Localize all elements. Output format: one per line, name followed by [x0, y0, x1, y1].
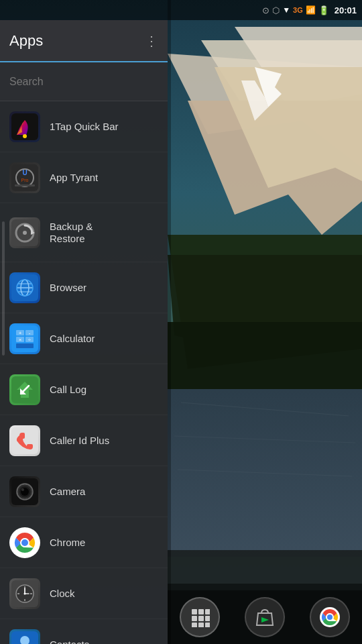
- app-item-camera[interactable]: Camera: [0, 466, 168, 517]
- app-icon-clock: [9, 578, 40, 609]
- layers-icon: ⬡: [272, 5, 280, 15]
- svg-point-69: [24, 592, 26, 594]
- app-item-contacts[interactable]: Contacts: [0, 619, 168, 644]
- app-icon-calculator: + - × ÷: [9, 323, 40, 354]
- search-input[interactable]: [9, 76, 158, 88]
- status-bar: ⊙ ⬡ ▼ 3G 📶 🔋 20:01: [0, 0, 362, 20]
- app-icon-contacts: [9, 629, 40, 645]
- svg-rect-24: [15, 184, 35, 186]
- app-icon-call-log: [9, 374, 40, 405]
- svg-rect-72: [192, 609, 197, 614]
- battery-icon: 🔋: [318, 5, 329, 15]
- svg-rect-76: [192, 623, 197, 627]
- svg-rect-74: [192, 616, 197, 621]
- app-label-1tap-quick-bar: 1Tap Quick Bar: [50, 121, 119, 133]
- nav-button-play-store[interactable]: [245, 597, 285, 637]
- app-icon-1tap-quick-bar: [9, 111, 40, 142]
- app-item-call-log[interactable]: Call Log: [0, 364, 168, 415]
- nav-button-chrome[interactable]: [310, 597, 350, 637]
- svg-text:U: U: [22, 169, 27, 176]
- app-label-chrome: Chrome: [50, 537, 85, 549]
- app-label-app-tyrant: App Tyrant: [50, 172, 98, 184]
- app-list: 1Tap Quick Bar U Pro App Tyrant: [0, 101, 168, 644]
- status-icons: ⊙ ⬡ ▼ 3G 📶 🔋 20:01: [262, 5, 357, 15]
- app-label-call-log: Call Log: [50, 384, 86, 396]
- svg-point-55: [21, 488, 24, 491]
- bottom-nav: [168, 590, 362, 644]
- drawer-header: Apps ⋮: [0, 20, 168, 62]
- drawer-menu-button[interactable]: ⋮: [145, 33, 158, 49]
- app-icon-caller-id-plus: [9, 425, 40, 456]
- search-bar: [0, 62, 168, 101]
- svg-text:-: -: [29, 330, 31, 336]
- network-3g: 3G: [293, 6, 303, 14]
- app-icon-camera: [9, 476, 40, 507]
- svg-point-59: [21, 539, 28, 546]
- app-drawer: Apps ⋮: [0, 20, 168, 644]
- svg-rect-78: [205, 609, 210, 614]
- svg-point-19: [23, 134, 27, 138]
- app-label-calculator: Calculator: [50, 333, 95, 345]
- app-item-backup-restore[interactable]: Backup & Restore: [0, 203, 168, 262]
- svg-text:Pro: Pro: [21, 178, 29, 182]
- app-item-app-tyrant[interactable]: U Pro App Tyrant: [0, 152, 168, 203]
- svg-text:÷: ÷: [28, 337, 32, 343]
- svg-rect-48: [11, 427, 38, 454]
- svg-rect-77: [198, 623, 204, 627]
- svg-text:×: ×: [19, 337, 22, 343]
- app-icon-chrome: [9, 527, 40, 558]
- signal-icon: 📶: [306, 5, 316, 15]
- app-label-browser: Browser: [50, 282, 86, 294]
- app-label-contacts: Contacts: [50, 639, 89, 645]
- svg-rect-10: [168, 322, 362, 389]
- svg-rect-73: [198, 609, 204, 614]
- svg-rect-79: [205, 616, 210, 621]
- app-icon-browser: [9, 272, 40, 303]
- app-item-caller-id-plus[interactable]: Caller Id Plus: [0, 415, 168, 466]
- app-item-browser[interactable]: Browser: [0, 262, 168, 313]
- svg-rect-17: [168, 0, 171, 644]
- app-item-clock[interactable]: Clock: [0, 568, 168, 619]
- svg-rect-45: [16, 343, 34, 348]
- svg-point-84: [327, 614, 333, 620]
- app-label-caller-id-plus: Caller Id Plus: [50, 435, 109, 447]
- nav-button-apps[interactable]: [180, 597, 220, 637]
- app-label-backup-restore: Backup & Restore: [50, 221, 93, 245]
- wifi-icon: ▼: [282, 5, 290, 15]
- svg-text:+: +: [19, 330, 22, 336]
- app-label-clock: Clock: [50, 588, 75, 600]
- app-icon-backup-restore: [9, 217, 40, 248]
- svg-rect-75: [198, 616, 204, 621]
- svg-marker-81: [261, 617, 269, 623]
- app-item-calculator[interactable]: + - × ÷ Calculator: [0, 313, 168, 364]
- circle-icon: ⊙: [262, 5, 269, 15]
- app-label-camera: Camera: [50, 486, 85, 498]
- svg-rect-80: [205, 623, 210, 627]
- status-time: 20:01: [335, 5, 357, 15]
- app-item-1tap-quick-bar[interactable]: 1Tap Quick Bar: [0, 101, 168, 152]
- drawer-title: Apps: [9, 32, 43, 50]
- app-item-chrome[interactable]: Chrome: [0, 517, 168, 568]
- app-icon-app-tyrant: U Pro: [9, 162, 40, 193]
- scroll-indicator: [2, 221, 5, 356]
- svg-point-28: [23, 231, 27, 235]
